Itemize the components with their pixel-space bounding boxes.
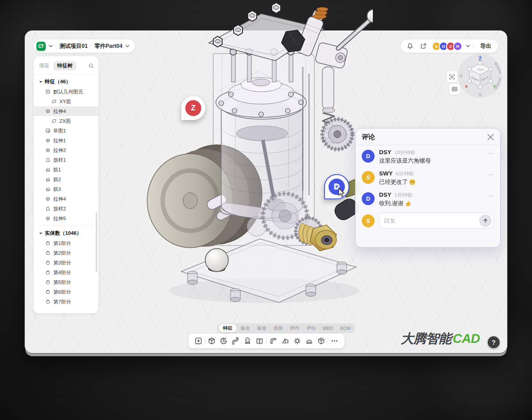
cube-icon <box>45 138 51 143</box>
toolbar-add-button[interactable] <box>193 336 203 346</box>
send-button[interactable] <box>479 214 492 227</box>
brand-cn: 大腾智能 <box>401 330 451 348</box>
tree-divider <box>38 226 94 226</box>
ribbon-tab[interactable]: 曲面 <box>271 324 286 332</box>
axis-x-label: X <box>465 84 468 89</box>
origin-icon <box>45 89 51 94</box>
ribbon-tab[interactable]: BOM <box>337 325 353 332</box>
avatar: S <box>362 171 375 184</box>
tree-item[interactable]: 拉伸4 <box>34 194 98 204</box>
toolbar-extrude-button[interactable] <box>207 336 217 346</box>
tree-item[interactable]: 筋1 <box>34 165 98 175</box>
plane-icon <box>51 118 57 124</box>
plane-icon <box>51 99 57 104</box>
close-icon[interactable] <box>487 134 494 140</box>
tree-item[interactable]: 第5部分 <box>34 277 98 287</box>
engine-model-3d[interactable] <box>147 0 373 311</box>
fit-view-button[interactable] <box>446 71 458 82</box>
ribbon-tab[interactable]: 评估 <box>304 324 318 332</box>
comment-menu-icon[interactable] <box>488 172 494 186</box>
toolbar-shell-button[interactable] <box>316 336 326 346</box>
loft-icon <box>45 157 51 163</box>
toolbar-loft2-button[interactable] <box>243 336 253 346</box>
tree-item[interactable]: 放样2 <box>34 204 98 214</box>
chevron-down-icon[interactable] <box>466 45 470 47</box>
toolbar-dome-button[interactable] <box>304 336 314 346</box>
comment-item: SSWY6分钟前已经更改了 <box>356 167 500 188</box>
comment-timestamp: 6分钟前 <box>396 171 414 177</box>
comment-pin-z[interactable]: Z <box>181 96 205 120</box>
tree-item[interactable]: 拉伸2 <box>34 145 98 155</box>
tree-item[interactable]: 筋2 <box>34 175 98 184</box>
comment-menu-icon[interactable] <box>488 151 494 165</box>
toolbar-divider <box>205 337 205 345</box>
screen-view-button[interactable] <box>449 84 460 95</box>
part-icon <box>45 299 51 304</box>
tree-item[interactable]: XY面 <box>34 97 98 106</box>
tree-item[interactable]: ZX面 <box>34 116 98 126</box>
tree-item[interactable]: 拉伸4 <box>34 106 98 116</box>
toolbar-pattern-button[interactable] <box>292 336 302 346</box>
ribbon-tab[interactable]: 特征 <box>219 324 236 332</box>
toolbar-boundary-button[interactable] <box>254 336 265 346</box>
toolbar-fillet-button[interactable] <box>268 336 278 346</box>
reply-input[interactable] <box>384 218 476 224</box>
toolbar-revolve-button[interactable] <box>219 336 229 346</box>
avatar: D <box>362 192 375 205</box>
tree-item[interactable]: 默认几何图元 <box>34 87 98 97</box>
ribbon-tab[interactable]: MBD <box>320 325 336 332</box>
avatar[interactable]: R <box>453 42 462 51</box>
tree-item[interactable]: 草图1 <box>34 126 98 136</box>
breadcrumb-part[interactable]: 零件Part04 <box>94 43 122 50</box>
cube-icon <box>45 196 51 202</box>
tree-item[interactable]: 放样1 <box>34 155 98 165</box>
toolbar-chamfer-button[interactable] <box>280 336 290 346</box>
toolbar-sweep-button[interactable] <box>231 336 241 346</box>
ribbon-tab[interactable]: 钣金 <box>254 324 269 332</box>
rib-icon <box>45 167 51 172</box>
tab-feature-tree[interactable]: 特征树 <box>54 61 76 70</box>
tree-item[interactable]: 第1部分 <box>34 238 98 248</box>
tree-item[interactable]: 第7部分 <box>34 297 98 307</box>
tree-item[interactable]: 拉伸1 <box>34 136 98 145</box>
view-cube[interactable]: Top Right Back Z X Y <box>457 53 503 99</box>
caret-down-icon <box>39 80 43 84</box>
help-button[interactable]: ? <box>488 336 500 348</box>
tab-project[interactable]: 项目 <box>38 61 50 70</box>
chevron-down-icon[interactable] <box>125 45 129 47</box>
toolbar-more-button[interactable] <box>329 336 340 346</box>
comment-pin-d[interactable]: D <box>324 174 349 199</box>
tree-item[interactable]: 筋3 <box>34 184 98 194</box>
comment-list: DDSY10分钟前这里应该是六角螺母SSWY6分钟前已经更改了DDSY1分钟前收… <box>356 145 500 209</box>
ribbon-tab[interactable]: 钣金 <box>238 324 253 332</box>
part-icon <box>45 260 51 265</box>
emoji-smile-icon <box>409 179 415 185</box>
notification-bell-icon[interactable] <box>405 41 415 51</box>
tree-section-header[interactable]: 实体数（1046） <box>34 228 98 238</box>
tree-item[interactable]: 拉伸5 <box>34 214 98 223</box>
part-icon <box>45 250 51 256</box>
comment-item: DDSY10分钟前这里应该是六角螺母 <box>356 145 500 167</box>
export-button[interactable]: 导出 <box>477 43 494 50</box>
ribbon-tab[interactable]: 焊件 <box>287 324 302 332</box>
tree-item[interactable]: 第2部分 <box>34 248 98 258</box>
search-icon[interactable] <box>88 63 94 69</box>
breadcrumb-project[interactable]: 测试项目01 <box>59 43 88 50</box>
part-icon <box>45 280 51 285</box>
comment-menu-icon[interactable] <box>488 193 494 207</box>
tree-item[interactable]: 第4部分 <box>34 268 98 277</box>
avatar-stack[interactable]: SDZR <box>432 42 462 51</box>
share-icon[interactable] <box>419 41 428 51</box>
tree-item[interactable]: 第6部分 <box>34 287 98 297</box>
sidebar-scrollbar[interactable] <box>96 212 97 272</box>
avatar: D <box>362 150 375 163</box>
sidebar-tabs: 项目 特征树 <box>34 60 98 74</box>
part-icon <box>45 289 51 295</box>
tree-item[interactable]: 第3部分 <box>34 258 98 268</box>
chevron-down-icon[interactable] <box>49 45 53 47</box>
tree-section-header[interactable]: 特征（46） <box>34 77 98 87</box>
viewcube-face-top[interactable]: Top <box>477 68 484 71</box>
app-logo[interactable]: CT <box>36 42 46 51</box>
divider <box>473 43 474 49</box>
reply-row: S <box>356 209 500 232</box>
